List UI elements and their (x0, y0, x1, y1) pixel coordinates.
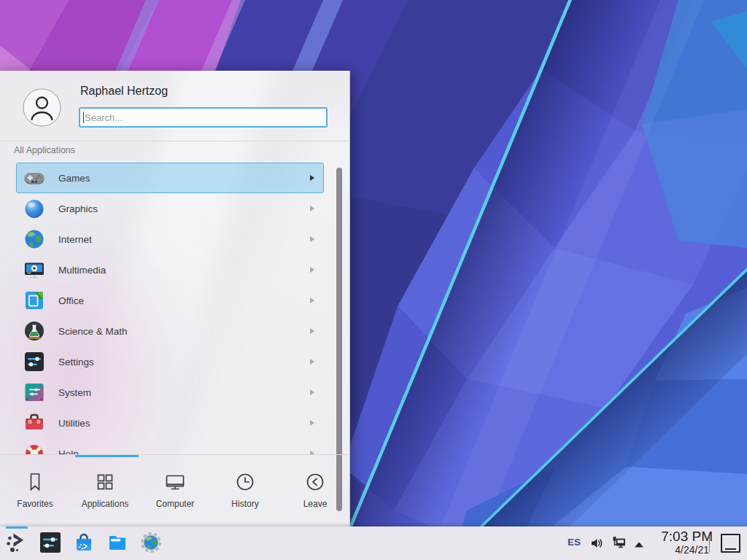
active-tab-indicator (75, 455, 139, 457)
file-manager-icon (106, 531, 129, 554)
category-office[interactable]: Office (16, 285, 324, 316)
application-launcher-menu: Raphael Hertzog Search... All Applicatio… (0, 71, 350, 526)
category-internet[interactable]: Internet (16, 224, 324, 254)
internet-icon (23, 228, 46, 251)
system-settings-icon (39, 531, 62, 554)
web-browser-icon (139, 531, 163, 554)
submenu-arrow-icon (310, 298, 314, 303)
submenu-arrow-icon (310, 175, 314, 181)
desktop: Raphael Hertzog Search... All Applicatio… (0, 0, 747, 560)
show-desktop-button[interactable] (721, 534, 740, 553)
network-icon[interactable] (611, 536, 626, 551)
search-placeholder: Search... (85, 112, 123, 123)
kickoff-icon (5, 544, 28, 556)
submenu-arrow-icon (310, 206, 314, 211)
section-label: All Applications (14, 145, 75, 155)
taskbar-app-file-manager[interactable] (106, 531, 129, 554)
keyboard-layout-indicator[interactable]: ES (568, 537, 581, 548)
applications-icon (93, 470, 117, 494)
taskbar: ES 7:03 PM 4/24/21 (0, 526, 747, 560)
submenu-arrow-icon (310, 267, 314, 273)
system-icon (23, 381, 46, 404)
submenu-arrow-icon (310, 389, 314, 395)
category-graphics[interactable]: Graphics (16, 193, 324, 224)
submenu-arrow-icon (310, 328, 314, 334)
settings-icon (23, 350, 46, 373)
volume-icon[interactable] (589, 536, 604, 551)
category-help[interactable]: Help (16, 438, 324, 454)
category-utilities[interactable]: Utilities (16, 408, 324, 438)
user-avatar[interactable] (23, 88, 61, 127)
taskbar-app-web-browser[interactable] (139, 531, 163, 554)
discover-icon (72, 531, 96, 554)
submenu-arrow-icon (310, 420, 314, 426)
category-list: Games Graphics Internet Multimedia O (0, 163, 350, 454)
application-launcher-button[interactable] (5, 531, 28, 554)
category-games[interactable]: Games (16, 163, 324, 193)
multimedia-icon (23, 258, 46, 281)
tabbar-divider (0, 454, 350, 455)
submenu-arrow-icon (310, 359, 314, 365)
search-input[interactable]: Search... (79, 107, 328, 128)
tab-leave[interactable]: Leave (280, 458, 350, 526)
category-science-math[interactable]: Science & Math (16, 316, 324, 346)
science-icon (23, 319, 46, 343)
clock-date: 4/24/21 (675, 544, 709, 556)
office-icon (23, 289, 46, 312)
favorites-icon (23, 470, 47, 494)
history-icon (233, 470, 257, 494)
launcher-active-indicator (6, 526, 28, 529)
games-icon (23, 166, 46, 190)
tab-computer[interactable]: Computer (140, 458, 210, 526)
taskbar-app-system-settings[interactable] (39, 531, 62, 554)
tab-applications[interactable]: Applications (70, 458, 140, 526)
help-icon (23, 442, 46, 454)
submenu-arrow-icon (310, 236, 314, 242)
leave-icon (303, 470, 327, 494)
launcher-header: Raphael Hertzog Search... (0, 71, 350, 141)
category-settings[interactable]: Settings (16, 346, 324, 377)
header-divider (0, 141, 350, 141)
taskbar-app-discover[interactable] (72, 531, 96, 554)
computer-icon (163, 470, 187, 494)
tab-history[interactable]: History (210, 458, 280, 526)
category-multimedia[interactable]: Multimedia (16, 254, 324, 285)
panel-divider (709, 534, 710, 552)
clock-time: 7:03 PM (661, 529, 713, 544)
tab-favorites[interactable]: Favorites (0, 458, 70, 526)
digital-clock[interactable]: 7:03 PM 4/24/21 (642, 529, 713, 556)
category-system[interactable]: System (16, 377, 324, 408)
graphics-icon (23, 197, 46, 220)
user-name: Raphael Hertzog (80, 85, 168, 98)
text-caret (83, 112, 84, 123)
utilities-icon (23, 411, 46, 435)
launcher-tab-bar: Favorites Applications Computer History … (0, 458, 350, 526)
